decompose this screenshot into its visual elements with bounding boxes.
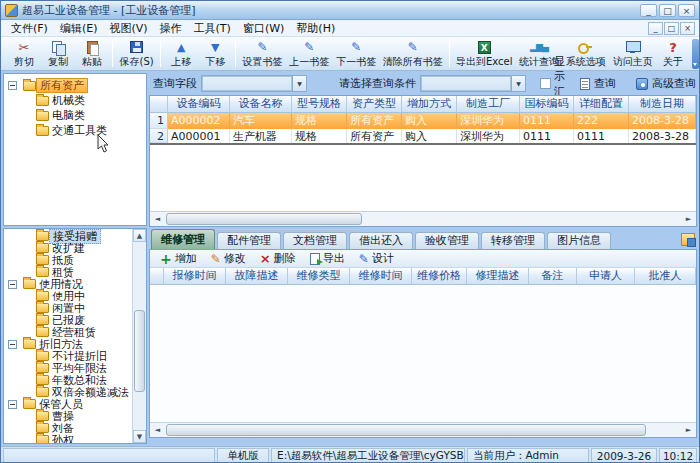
column-header[interactable]: 资产类型 <box>347 96 402 113</box>
repair-horizontal-scrollbar[interactable]: ◄ ► <box>150 422 696 437</box>
tab-acceptance-management[interactable]: 验收管理 <box>415 232 479 249</box>
table-row-selected[interactable]: 1 A000002 汽车 规格 所有资产 购入 深圳华为 0111 222 20… <box>150 113 696 129</box>
query-condition-select[interactable]: ▼ <box>420 75 526 92</box>
design-button[interactable]: ✎设计 <box>352 251 401 266</box>
column-header[interactable]: 修理描述 <box>467 268 529 285</box>
move-up-button[interactable]: ▲上移 <box>164 38 198 70</box>
menu-file[interactable]: 文件(F) <box>5 20 54 37</box>
clear-bookmarks-button[interactable]: ✎清除所有书签 <box>380 38 446 70</box>
column-header[interactable]: 制造工厂 <box>457 96 520 113</box>
scroll-left-icon[interactable]: ◄ <box>150 212 165 226</box>
export-button[interactable]: 导出 <box>303 251 352 266</box>
collapse-icon[interactable] <box>8 280 17 289</box>
export-excel-button[interactable]: X导出到Excel <box>453 38 516 70</box>
next-bookmark-button[interactable]: ✎下一书签 <box>333 38 380 70</box>
tree-item[interactable]: 年数总和法 <box>4 374 132 386</box>
tree-item[interactable]: 抵质 <box>4 254 132 266</box>
column-header[interactable]: 增加方式 <box>402 96 457 113</box>
scrollbar-thumb[interactable] <box>166 213 362 225</box>
tree-item[interactable]: 闲置中 <box>4 302 132 314</box>
menu-tools[interactable]: 工具(T) <box>188 20 237 37</box>
tree-item[interactable]: 平均年限法 <box>4 362 132 374</box>
tree-item[interactable]: 刘备 <box>4 422 132 434</box>
save-button[interactable]: 保存(S) <box>116 38 157 70</box>
chevron-down-icon[interactable]: ▼ <box>511 76 525 91</box>
collapse-icon[interactable] <box>8 400 17 409</box>
advanced-query-button[interactable]: 高级查询 <box>631 75 700 92</box>
scrollbar-thumb[interactable] <box>166 424 646 436</box>
menu-window[interactable]: 窗口(W) <box>237 20 290 37</box>
delete-button[interactable]: ×删除 <box>253 251 303 266</box>
tree-vertical-scrollbar[interactable]: ▲ ▼ <box>132 229 146 443</box>
tree-item[interactable]: 使用中 <box>4 290 132 302</box>
copy-button[interactable]: 复制 <box>41 38 75 70</box>
tab-picture-info[interactable]: 图片信息 <box>547 232 611 249</box>
prev-bookmark-button[interactable]: ✎上一书签 <box>286 38 333 70</box>
table-row[interactable]: 2 A000001 生产机器 规格 所有资产 购入 深圳华为 0111 0111… <box>150 129 696 145</box>
column-header[interactable]: 故障描述 <box>226 268 288 285</box>
menu-operate[interactable]: 操作 <box>154 20 188 37</box>
scroll-right-icon[interactable]: ► <box>681 423 696 437</box>
about-button[interactable]: ?关于 <box>656 38 690 70</box>
minimize-button[interactable]: _ <box>640 4 657 17</box>
column-header[interactable]: 型号规格 <box>292 96 347 113</box>
tree-item-machinery[interactable]: 机械类 <box>4 93 146 108</box>
column-header[interactable]: 维修价格 <box>412 268 467 285</box>
collapse-icon[interactable] <box>8 81 17 90</box>
scroll-up-icon[interactable]: ▲ <box>133 229 146 242</box>
chevron-down-icon[interactable]: ▼ <box>292 76 306 91</box>
tab-transfer-management[interactable]: 转移管理 <box>481 232 545 249</box>
tree-item[interactable]: 曹操 <box>4 410 132 422</box>
column-header[interactable]: 详细配置 <box>574 96 629 113</box>
tab-lend-return[interactable]: 借出还入 <box>349 232 413 249</box>
query-field-select[interactable]: ▼ <box>201 75 307 92</box>
device-horizontal-scrollbar[interactable]: ◄ ► <box>150 211 696 226</box>
system-options-button[interactable]: 系统选项 <box>562 38 609 70</box>
column-header[interactable]: 报修时间 <box>164 268 226 285</box>
tree-item-depreciation[interactable]: 折旧方法 <box>4 338 132 350</box>
scroll-down-icon[interactable]: ▼ <box>133 430 146 443</box>
column-header[interactable]: 设备名称 <box>230 96 292 113</box>
scroll-left-icon[interactable]: ◄ <box>150 423 165 437</box>
cut-button[interactable]: ✂剪切 <box>7 38 41 70</box>
menu-edit[interactable]: 编辑(E) <box>54 20 104 37</box>
tree-item[interactable]: 改扩建 <box>4 242 132 254</box>
edit-button[interactable]: ✎修改 <box>204 251 253 266</box>
tree-item-usage[interactable]: 使用情况 <box>4 278 132 290</box>
tab-parts-management[interactable]: 配件管理 <box>217 232 281 249</box>
scroll-right-icon[interactable]: ► <box>681 212 696 226</box>
column-header[interactable]: 制造日期 <box>629 96 696 113</box>
column-header[interactable]: 批准人 <box>635 268 696 285</box>
column-header[interactable]: 国标编码 <box>520 96 574 113</box>
set-bookmark-button[interactable]: ✎设置书签 <box>239 38 286 70</box>
tree-item-donation[interactable]: 接受捐赠 <box>4 230 132 242</box>
collapse-icon[interactable] <box>8 340 17 349</box>
tab-document-management[interactable]: 文档管理 <box>283 232 347 249</box>
tree-item-computer[interactable]: 电脑类 <box>4 108 146 123</box>
menu-help[interactable]: 帮助(H) <box>290 20 341 37</box>
mdi-minimize-button[interactable]: _ <box>648 22 663 35</box>
panel-menu-icon[interactable] <box>681 233 695 246</box>
mdi-close-button[interactable]: × <box>680 22 695 35</box>
column-header[interactable]: 申请人 <box>577 268 635 285</box>
add-button[interactable]: +增加 <box>153 251 204 266</box>
column-header[interactable]: 维修类型 <box>288 268 350 285</box>
homepage-button[interactable]: 访问主页 <box>609 38 656 70</box>
column-header[interactable]: 维修时间 <box>350 268 412 285</box>
scrollbar-thumb[interactable] <box>134 310 145 393</box>
tree-item[interactable]: 孙权 <box>4 434 132 443</box>
paste-button[interactable]: 粘贴 <box>75 38 109 70</box>
mdi-restore-button[interactable]: □ <box>664 22 679 35</box>
tab-repair-management[interactable]: 维修管理 <box>151 229 215 249</box>
query-button[interactable]: 查询 <box>575 75 621 92</box>
move-down-button[interactable]: ▼下移 <box>198 38 232 70</box>
tree-item[interactable]: 不计提折旧 <box>4 350 132 362</box>
maximize-button[interactable]: □ <box>659 4 676 17</box>
tree-item-custodian[interactable]: 保管人员 <box>4 398 132 410</box>
tree-item-all-assets[interactable]: 所有资产 <box>4 78 146 93</box>
column-header[interactable]: 设备编码 <box>168 96 230 113</box>
show-summary-checkbox[interactable] <box>540 78 551 89</box>
tree-item-vehicle[interactable]: 交通工具类 <box>4 123 146 138</box>
menu-view[interactable]: 视图(V) <box>103 20 153 37</box>
tree-item[interactable]: 已报废 <box>4 314 132 326</box>
